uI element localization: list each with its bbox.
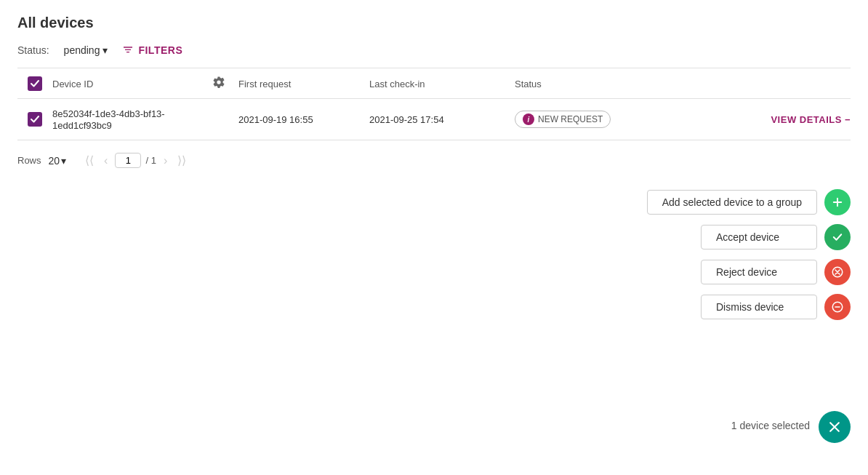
reject-device-button[interactable]: Reject device [701, 260, 817, 284]
chevron-down-icon: ▾ [103, 44, 108, 56]
page-total: / 1 [145, 155, 156, 166]
reject-device-icon-button[interactable] [824, 259, 851, 285]
accept-device-row: Accept device [701, 224, 851, 250]
status-badge: i NEW REQUEST [515, 111, 611, 128]
last-page-button[interactable]: ⟩⟩ [174, 152, 189, 169]
minus-circle-icon [831, 300, 844, 314]
next-page-button[interactable]: › [161, 153, 170, 169]
prev-page-button[interactable]: ‹ [101, 153, 110, 169]
dismiss-device-button[interactable]: Dismiss device [701, 295, 817, 319]
rows-label: Rows [17, 155, 41, 166]
table-header: Device ID First request Last check-in St… [17, 68, 851, 99]
pagination: Rows 20 ▾ ⟨⟨ ‹ / 1 › ⟩⟩ [17, 152, 851, 169]
toolbar: Status: pending ▾ FILTERS [17, 44, 851, 56]
accept-device-button[interactable]: Accept device [701, 225, 817, 250]
plus-icon [831, 196, 844, 209]
device-id-header: Device ID [52, 79, 93, 89]
last-checkin-value: 2021-09-25 17:54 [369, 114, 444, 125]
rows-select[interactable]: 20 ▾ [49, 155, 67, 167]
times-circle-icon [831, 266, 844, 279]
checkmark-icon [831, 231, 844, 244]
status-header: Status [515, 79, 542, 89]
chevron-down-icon: ▾ [61, 155, 66, 167]
close-fab-button[interactable] [819, 411, 851, 443]
last-checkin-header: Last check-in [369, 79, 425, 89]
expand-icon: − [845, 114, 851, 125]
dismiss-device-row: Dismiss device [701, 294, 851, 320]
filters-button[interactable]: FILTERS [122, 44, 182, 56]
first-request-header: First request [238, 79, 291, 89]
dismiss-device-icon-button[interactable] [824, 294, 851, 320]
status-label: Status: [17, 44, 49, 56]
first-page-button[interactable]: ⟨⟨ [82, 152, 97, 169]
page-title: All devices [17, 15, 851, 31]
accept-device-icon-button[interactable] [824, 224, 851, 250]
status-dropdown[interactable]: pending ▾ [64, 44, 108, 56]
table-row: 8e52034f-1de3-4db3-bf13-1edd1cf93bc9 202… [17, 99, 851, 140]
action-panel: Add selected device to a group Accept de… [647, 189, 851, 320]
settings-icon[interactable] [212, 76, 225, 91]
page-input[interactable] [115, 153, 141, 168]
filter-icon [122, 44, 134, 56]
view-details-button[interactable]: VIEW DETAILS − [771, 114, 851, 125]
selected-info: 1 device selected [731, 420, 810, 431]
add-group-button[interactable]: Add selected device to a group [647, 190, 817, 215]
device-id-value: 8e52034f-1de3-4db3-bf13-1edd1cf93bc9 [52, 108, 165, 131]
add-group-row: Add selected device to a group [647, 189, 851, 215]
info-icon: i [523, 113, 534, 125]
first-request-value: 2021-09-19 16:55 [238, 114, 313, 125]
close-icon [827, 420, 842, 434]
page-navigation: ⟨⟨ ‹ / 1 › ⟩⟩ [82, 152, 189, 169]
select-all-checkbox[interactable] [28, 76, 42, 91]
row-checkbox[interactable] [28, 112, 42, 127]
reject-device-row: Reject device [701, 259, 851, 285]
add-group-icon-button[interactable] [824, 189, 851, 215]
